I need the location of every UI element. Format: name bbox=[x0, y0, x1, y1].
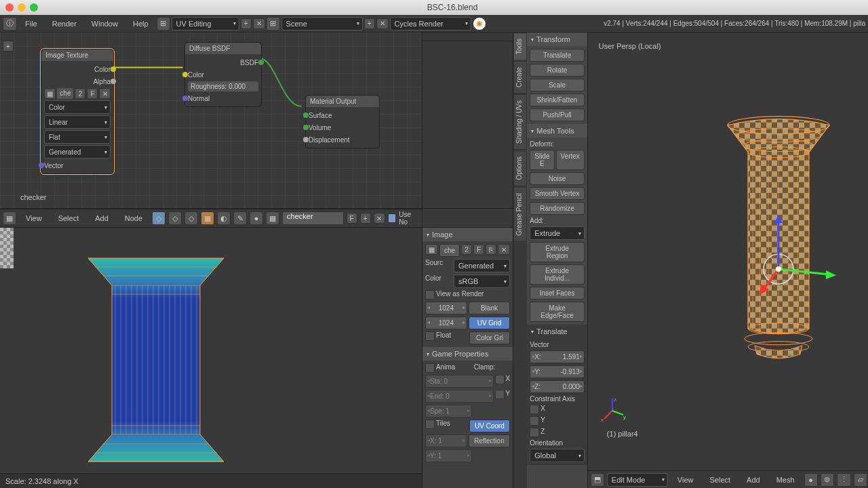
roughness-field[interactable]: Roughness: 0.000 bbox=[188, 81, 258, 92]
socket-color-in[interactable]: Color bbox=[188, 69, 258, 80]
uv-select-mode-1[interactable]: ◇ bbox=[152, 211, 165, 225]
image-pack-icon[interactable]: ⎘ bbox=[486, 244, 496, 255]
socket-displacement-in[interactable]: Displacement bbox=[309, 134, 376, 145]
tiles-checkbox[interactable] bbox=[425, 420, 435, 429]
socket-alpha-out[interactable]: Alpha bbox=[44, 76, 111, 87]
mask-icon[interactable]: ✎ bbox=[233, 211, 247, 225]
transform-panel-header[interactable]: Transform bbox=[527, 33, 587, 46]
randomize-button[interactable]: Randomize bbox=[530, 202, 585, 215]
spe-field[interactable]: Spe: 1 bbox=[425, 405, 472, 418]
shading-mode-icon[interactable]: ● bbox=[804, 473, 818, 487]
tab-shading-uvs[interactable]: Shading / UVs bbox=[513, 94, 527, 150]
uv-menu-add[interactable]: Add bbox=[88, 209, 115, 227]
tile-x-field[interactable]: X: 1 bbox=[425, 434, 467, 447]
tab-grease-pencil[interactable]: Grease Pencil bbox=[513, 187, 527, 242]
socket-volume-in[interactable]: Volume bbox=[309, 122, 376, 133]
tab-tools[interactable]: Tools bbox=[513, 33, 527, 60]
vector-z-field[interactable]: Z:0.000 bbox=[530, 380, 585, 393]
push-pull-button[interactable]: Push/Pull bbox=[530, 108, 585, 121]
scene-remove-button[interactable]: ✕ bbox=[376, 18, 389, 29]
pivot-icon[interactable]: ⊚ bbox=[821, 473, 834, 487]
rotate-button[interactable]: Rotate bbox=[530, 64, 585, 77]
mapping-dropdown[interactable]: Generated bbox=[44, 145, 111, 159]
image-users[interactable]: 2 bbox=[75, 88, 85, 99]
image-panel-header[interactable]: Image bbox=[422, 228, 513, 241]
constraint-z-checkbox[interactable] bbox=[530, 428, 539, 437]
vector-y-field[interactable]: Y:-0.913 bbox=[530, 365, 585, 378]
menu-file[interactable]: File bbox=[18, 15, 44, 33]
image-f[interactable]: F bbox=[473, 244, 484, 255]
shrink-fatten-button[interactable]: Shrink/Fatten bbox=[530, 94, 585, 106]
scene-add-button[interactable]: + bbox=[364, 18, 375, 29]
socket-color-out[interactable]: Color bbox=[44, 64, 111, 75]
extrude-region-button[interactable]: Extrude Region bbox=[530, 242, 585, 262]
vp-menu-view[interactable]: View bbox=[671, 471, 701, 489]
uv-coord-button[interactable]: UV Coord bbox=[469, 420, 511, 432]
image-users[interactable]: 2 bbox=[461, 244, 472, 255]
menu-window[interactable]: Window bbox=[85, 15, 125, 33]
smooth-vertex-button[interactable]: Smooth Vertex bbox=[530, 187, 585, 200]
zoom-window-button[interactable] bbox=[30, 3, 38, 12]
image-fake-user[interactable]: F bbox=[347, 213, 357, 224]
uv-menu-node[interactable]: Node bbox=[118, 209, 149, 227]
image-unlink-button[interactable]: ✕ bbox=[374, 213, 385, 224]
translate-button[interactable]: Translate bbox=[530, 49, 585, 62]
extrude-dropdown[interactable]: Extrude bbox=[530, 226, 585, 240]
vp-menu-mesh[interactable]: Mesh bbox=[770, 471, 802, 489]
image-name[interactable]: che bbox=[439, 244, 460, 257]
node-image-texture[interactable]: Image Texture Color Alpha ▦ che 2 F ✕ Co… bbox=[41, 49, 114, 174]
clamp-y-checkbox[interactable] bbox=[495, 390, 505, 399]
noise-button[interactable]: Noise bbox=[530, 172, 585, 185]
menu-help[interactable]: Help bbox=[126, 15, 155, 33]
game-properties-header[interactable]: Game Properties bbox=[422, 347, 513, 361]
image-name-field[interactable]: che bbox=[57, 88, 73, 99]
node-material-output[interactable]: Material Output Surface Volume Displacem… bbox=[305, 95, 380, 148]
3d-viewport[interactable]: User Persp (Local) bbox=[588, 33, 868, 470]
node-diffuse-bsdf[interactable]: Diffuse BSDF BSDF Color Roughness: 0.000… bbox=[184, 42, 262, 107]
mode-dropdown[interactable]: Edit Mode bbox=[607, 473, 668, 487]
vertex-select-icon[interactable]: ⋮ bbox=[837, 473, 851, 487]
screen-layout-dropdown[interactable]: UV Editing bbox=[172, 17, 239, 30]
vector-x-field[interactable]: X:1.591 bbox=[530, 350, 585, 363]
inset-faces-button[interactable]: Inset Faces bbox=[530, 287, 585, 300]
color-grid-button[interactable]: Color Gri bbox=[469, 331, 511, 344]
image-fake-user[interactable]: F bbox=[87, 88, 98, 99]
render-engine-dropdown[interactable]: Cycles Render bbox=[390, 17, 471, 30]
add-tab-button[interactable]: + bbox=[3, 41, 14, 52]
vp-menu-add[interactable]: Add bbox=[740, 471, 767, 489]
view-as-render-checkbox[interactable] bbox=[425, 290, 435, 300]
editor-type-icon[interactable]: ▦ bbox=[3, 211, 16, 225]
image-add-button[interactable]: + bbox=[360, 213, 371, 224]
editor-type-icon[interactable]: ⓘ bbox=[3, 17, 17, 30]
edge-select-icon[interactable]: ▱ bbox=[854, 473, 867, 487]
vp-menu-select[interactable]: Select bbox=[703, 471, 738, 489]
colorspace-dropdown[interactable]: Color bbox=[44, 100, 111, 114]
tab-options[interactable]: Options bbox=[513, 150, 527, 186]
height-field[interactable]: 1024 bbox=[425, 317, 467, 329]
projection-dropdown[interactable]: Flat bbox=[44, 130, 111, 144]
node-editor[interactable]: + Image Texture Color Alpha ▦ che 2 F ✕ … bbox=[0, 33, 422, 209]
interpolation-dropdown[interactable]: Linear bbox=[44, 115, 111, 129]
image-browse-icon[interactable]: ▦ bbox=[266, 211, 279, 225]
width-field[interactable]: 1024 bbox=[425, 302, 467, 314]
tile-y-field[interactable]: Y: 1 bbox=[425, 449, 472, 462]
image-browse-icon[interactable]: ▦ bbox=[44, 88, 56, 99]
socket-bsdf-out[interactable]: BSDF bbox=[188, 57, 258, 68]
source-dropdown[interactable]: Generated bbox=[454, 259, 510, 272]
sta-field[interactable]: Sta: 0 bbox=[425, 375, 494, 388]
image-unlink-icon[interactable]: ✕ bbox=[99, 88, 111, 99]
brush-icon[interactable]: ◐ bbox=[217, 211, 231, 225]
mesh-tools-header[interactable]: Mesh Tools bbox=[527, 124, 587, 138]
constraint-y-checkbox[interactable] bbox=[530, 416, 539, 426]
use-nodes-checkbox[interactable] bbox=[388, 214, 397, 223]
world-icon-button[interactable]: ● bbox=[250, 211, 263, 225]
uv-select-mode-3[interactable]: ◇ bbox=[184, 211, 198, 225]
blank-button[interactable]: Blank bbox=[469, 302, 511, 314]
slide-edge-button[interactable]: Slide E bbox=[530, 150, 554, 170]
scene-browse-icon[interactable]: ⊞ bbox=[267, 17, 280, 30]
extrude-individual-button[interactable]: Extrude Individ... bbox=[530, 264, 585, 285]
float-checkbox[interactable] bbox=[425, 331, 435, 341]
layout-remove-button[interactable]: ✕ bbox=[253, 18, 265, 29]
socket-surface-in[interactable]: Surface bbox=[309, 110, 376, 121]
texture-slot-icon[interactable]: ▦ bbox=[201, 211, 214, 225]
